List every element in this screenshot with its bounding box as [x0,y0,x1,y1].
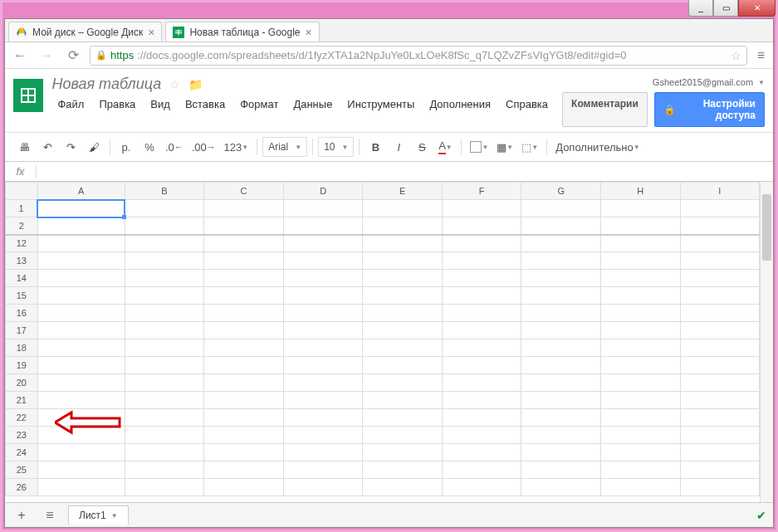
cell-G21[interactable] [521,392,601,409]
cell-B25[interactable] [125,461,204,479]
cell-B14[interactable] [125,270,204,287]
cell-A21[interactable] [37,392,125,409]
cell-G25[interactable] [521,461,601,479]
paint-format-icon[interactable]: 🖌 [83,136,105,158]
close-icon[interactable]: × [148,26,154,39]
cell-C13[interactable] [204,252,284,270]
cell-D26[interactable] [283,479,363,496]
cell-G14[interactable] [521,270,601,287]
col-header-D[interactable]: D [283,183,363,200]
cell-G16[interactable] [521,305,601,322]
row-header-13[interactable]: 13 [6,252,38,270]
cell-F19[interactable] [442,357,521,374]
menu-view[interactable]: Вид [144,96,176,112]
cell-B23[interactable] [125,427,204,444]
cell-E18[interactable] [363,339,443,357]
window-maximize-button[interactable]: ▭ [713,0,738,17]
row-header-20[interactable]: 20 [6,374,38,392]
cell-E21[interactable] [363,392,443,409]
col-header-H[interactable]: H [601,183,681,200]
menu-tools[interactable]: Инструменты [341,96,420,112]
cell-G12[interactable] [521,235,601,252]
col-header-I[interactable]: I [680,183,759,200]
cell-D1[interactable] [283,200,363,217]
col-header-C[interactable]: C [204,183,284,200]
cell-D24[interactable] [283,444,363,461]
cell-H14[interactable] [601,270,681,287]
cell-H18[interactable] [601,339,681,357]
cell-D12[interactable] [283,235,363,252]
cell-F26[interactable] [442,479,521,496]
cell-F2[interactable] [442,217,521,235]
borders-button[interactable]: ▦ ▼ [493,136,516,158]
fill-color-button[interactable]: ▼ [467,136,492,158]
cell-D15[interactable] [283,287,363,305]
cell-B16[interactable] [125,305,204,322]
cell-G22[interactable] [521,409,601,427]
star-icon[interactable]: ☆ [169,78,180,91]
cell-G13[interactable] [521,252,601,270]
vertical-scrollbar[interactable] [760,182,773,502]
cell-C16[interactable] [204,305,284,322]
cell-B21[interactable] [125,392,204,409]
cell-C18[interactable] [204,339,284,357]
redo-icon[interactable]: ↷ [60,136,81,158]
cell-H20[interactable] [601,374,681,392]
cell-G19[interactable] [521,357,601,374]
cell-I14[interactable] [680,270,759,287]
cell-C23[interactable] [204,427,284,444]
add-sheet-button[interactable]: + [12,508,32,523]
cell-D2[interactable] [283,217,363,235]
cell-F17[interactable] [442,322,521,339]
cell-F12[interactable] [442,235,521,252]
cell-B2[interactable] [125,217,204,235]
cell-E12[interactable] [363,235,443,252]
cell-F16[interactable] [442,305,521,322]
formula-input[interactable] [37,162,773,181]
cell-G20[interactable] [521,374,601,392]
cell-H1[interactable] [601,200,681,217]
cell-I15[interactable] [680,287,759,305]
cell-A17[interactable] [37,322,125,339]
cell-C26[interactable] [204,479,284,496]
menu-format[interactable]: Формат [234,96,284,112]
cell-H19[interactable] [601,357,681,374]
cell-E2[interactable] [363,217,443,235]
cell-G1[interactable] [521,200,601,217]
cell-C12[interactable] [204,235,284,252]
cell-C17[interactable] [204,322,284,339]
cell-E26[interactable] [363,479,443,496]
cell-G18[interactable] [521,339,601,357]
cell-H22[interactable] [601,409,681,427]
cell-F23[interactable] [442,427,521,444]
cell-C25[interactable] [204,461,284,479]
forward-button[interactable]: → [37,46,56,66]
menu-edit[interactable]: Правка [93,96,141,112]
bold-button[interactable]: B [365,136,386,158]
row-header-12[interactable]: 12 [6,235,38,252]
cell-G24[interactable] [521,444,601,461]
col-header-G[interactable]: G [521,183,601,200]
cell-C24[interactable] [204,444,284,461]
cell-I20[interactable] [680,374,759,392]
row-header-14[interactable]: 14 [6,270,38,287]
cell-A22[interactable] [37,409,125,427]
row-header-16[interactable]: 16 [6,305,38,322]
row-header-21[interactable]: 21 [6,392,38,409]
cell-A12[interactable] [37,235,125,252]
cell-H25[interactable] [601,461,681,479]
cell-I16[interactable] [680,305,759,322]
cell-B15[interactable] [125,287,204,305]
cell-B12[interactable] [125,235,204,252]
increase-decimal-button[interactable]: .00→ [188,136,219,158]
cell-D14[interactable] [283,270,363,287]
cell-F14[interactable] [442,270,521,287]
cell-A23[interactable] [37,427,125,444]
cell-I22[interactable] [680,409,759,427]
cell-A20[interactable] [37,374,125,392]
cell-G2[interactable] [521,217,601,235]
cell-I23[interactable] [680,427,759,444]
cell-H12[interactable] [601,235,681,252]
row-header-18[interactable]: 18 [6,339,38,357]
print-icon[interactable]: 🖶 [13,136,35,158]
